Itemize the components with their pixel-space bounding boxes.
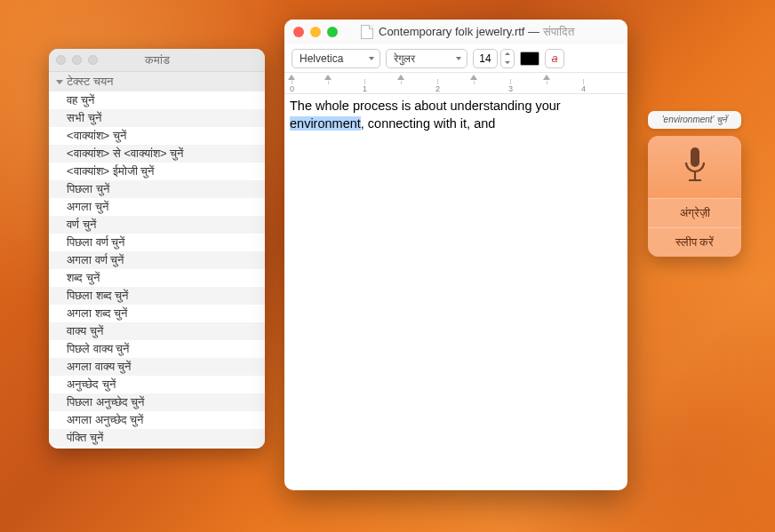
command-item[interactable]: अगला चुनें xyxy=(49,198,265,216)
command-item[interactable]: पिछला अनुच्छेद चुनें xyxy=(49,393,265,411)
microphone-area[interactable] xyxy=(648,136,741,198)
command-item[interactable]: <वाक्यांश> ईमोजी चुनें xyxy=(49,163,265,180)
command-item[interactable]: पिछला शब्द चुनें xyxy=(49,287,265,305)
command-item[interactable]: अगला वाक्य चुनें xyxy=(49,358,265,376)
ruler-number: 1 xyxy=(363,84,367,93)
command-item[interactable]: पिछले वाक्य चुनें xyxy=(49,340,265,358)
command-item[interactable]: पिछली पंक्ति चुनें xyxy=(49,447,265,449)
command-item[interactable]: वर्ण चुनें xyxy=(49,216,265,234)
textedit-window: Contemporary folk jewelry.rtf — संपादित … xyxy=(284,20,627,490)
body-text: , connecting with it, and xyxy=(361,116,496,131)
tab-stop-icon[interactable] xyxy=(543,75,550,80)
voice-control-widget: अंग्रेज़ी स्लीप करें xyxy=(648,136,741,257)
zoom-icon[interactable] xyxy=(88,55,98,65)
ruler-number: 2 xyxy=(435,84,440,93)
commands-window: कमांड टेक्स्ट चयन वह चुनेंसभी चुनें<वाक्… xyxy=(49,49,265,449)
command-item[interactable]: अगला अनुच्छेद चुनें xyxy=(49,411,265,429)
document-title: Contemporary folk jewelry.rtf — संपादित xyxy=(379,25,574,39)
command-item[interactable]: शब्द चुनें xyxy=(49,269,265,287)
zoom-icon[interactable] xyxy=(327,27,338,37)
tab-stop-icon[interactable] xyxy=(470,75,477,80)
ruler[interactable]: 01234 xyxy=(284,73,627,94)
voice-control-panel: 'environment' चुनें अंग्रेज़ी स्लीप करें xyxy=(648,111,741,257)
voice-sleep-button[interactable]: स्लीप करें xyxy=(648,227,741,257)
font-size-stepper[interactable] xyxy=(500,49,515,68)
command-item[interactable]: <वाक्यांश> से <वाक्यांश> चुनें xyxy=(49,145,265,163)
close-icon[interactable] xyxy=(56,55,66,65)
command-item[interactable]: अगला शब्द चुनें xyxy=(49,305,265,322)
document-icon xyxy=(361,25,373,39)
commands-list[interactable]: वह चुनेंसभी चुनें<वाक्यांश> चुनें<वाक्या… xyxy=(49,91,265,449)
ruler-number: 4 xyxy=(581,84,586,93)
command-item[interactable]: वाक्य चुनें xyxy=(49,322,265,340)
voice-feedback-bubble: 'environment' चुनें xyxy=(648,111,741,129)
text-color-swatch[interactable] xyxy=(520,52,539,66)
close-icon[interactable] xyxy=(293,27,304,37)
strikethrough-button[interactable]: a xyxy=(545,49,564,68)
voice-language-button[interactable]: अंग्रेज़ी xyxy=(648,198,741,227)
ruler-number: 0 xyxy=(290,84,294,93)
indent-marker-icon[interactable] xyxy=(288,75,295,80)
command-item[interactable]: <वाक्यांश> चुनें xyxy=(49,127,265,145)
command-item[interactable]: पंक्ति चुनें xyxy=(49,429,265,447)
chevron-down-icon xyxy=(56,80,63,84)
font-size-field[interactable]: 14 xyxy=(473,49,498,68)
ruler-number: 3 xyxy=(508,84,513,93)
minimize-icon[interactable] xyxy=(72,55,82,65)
selected-text: environment xyxy=(290,116,361,131)
commands-titlebar[interactable]: कमांड xyxy=(49,49,265,72)
tab-stop-icon[interactable] xyxy=(324,75,332,80)
body-text: The whole process is about understanding… xyxy=(290,99,561,113)
command-item[interactable]: अनुच्छेद चुनें xyxy=(49,376,265,393)
minimize-icon[interactable] xyxy=(310,27,321,37)
command-item[interactable]: अगला वर्ण चुनें xyxy=(49,251,265,269)
commands-section-header[interactable]: टेक्स्ट चयन xyxy=(49,72,265,91)
command-item[interactable]: वह चुनें xyxy=(49,91,265,109)
microphone-icon xyxy=(680,145,710,189)
font-family-select[interactable]: Helvetica xyxy=(292,49,380,68)
document-body[interactable]: The whole process is about understanding… xyxy=(284,94,627,490)
command-item[interactable]: सभी चुनें xyxy=(49,109,265,127)
command-item[interactable]: पिछला चुनें xyxy=(49,180,265,198)
command-item[interactable]: पिछला वर्ण चुनें xyxy=(49,234,265,251)
svg-rect-0 xyxy=(691,147,699,167)
section-label: टेक्स्ट चयन xyxy=(67,75,113,89)
tab-stop-icon[interactable] xyxy=(397,75,404,80)
font-style-select[interactable]: रेगुलर xyxy=(386,49,467,68)
textedit-titlebar[interactable]: Contemporary folk jewelry.rtf — संपादित xyxy=(284,20,627,44)
textedit-toolbar: Helvetica रेगुलर 14 a xyxy=(284,44,627,73)
